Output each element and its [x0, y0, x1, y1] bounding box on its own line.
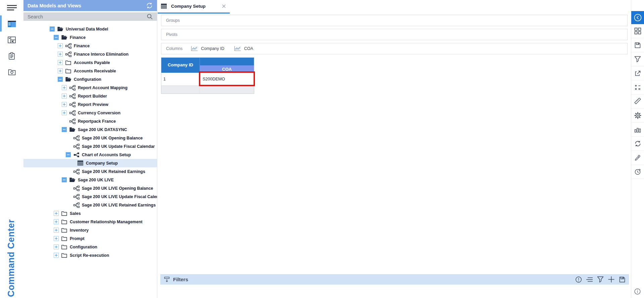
expand-icon[interactable] — [62, 94, 67, 99]
expand-icon[interactable] — [54, 211, 59, 216]
expand-icon[interactable] — [62, 85, 67, 90]
tree-item[interactable]: Inventory — [23, 226, 157, 234]
filters-bar[interactable]: Filters — [160, 274, 629, 285]
tree-item[interactable]: Sage 200 UK DATASYNC — [23, 125, 157, 134]
collapse-icon[interactable] — [54, 35, 59, 40]
model-icon — [73, 186, 79, 191]
grid-table-icon — [77, 161, 84, 166]
tree-item[interactable]: Report Account Mapping — [23, 83, 157, 92]
columns-drop-zone[interactable]: Columns Company ID COA — [161, 43, 628, 54]
expand-icon[interactable] — [58, 43, 63, 48]
folder-icon — [61, 228, 67, 233]
expand-icon[interactable] — [54, 236, 59, 241]
cell-company-id[interactable]: 1 — [161, 73, 200, 85]
expand-icon[interactable] — [58, 52, 63, 57]
tree-item[interactable]: Chart of Accounts Setup — [23, 151, 157, 159]
funnel-icon[interactable] — [631, 52, 644, 66]
tree-item[interactable]: Reportpack France — [23, 117, 157, 125]
tree-item[interactable]: Sage 200 UK LIVE Retained Earnings — [23, 201, 157, 209]
groups-drop-zone[interactable]: Groups — [161, 15, 628, 26]
tree-item[interactable]: Customer Relationship Management — [23, 218, 157, 226]
funnel-icon[interactable] — [597, 276, 604, 283]
plus-icon[interactable] — [608, 276, 615, 283]
tree-item[interactable]: Sage 200 UK Opening Balance — [23, 134, 157, 142]
barchart-icon[interactable] — [631, 123, 644, 137]
expander-spacer — [66, 144, 71, 149]
expand-icon[interactable] — [62, 102, 67, 107]
collapse-circle-icon[interactable] — [631, 11, 644, 24]
expand-icon[interactable] — [58, 60, 63, 65]
menu-icon[interactable] — [0, 3, 23, 12]
save-icon[interactable] — [619, 276, 626, 283]
expand-icon[interactable] — [58, 68, 63, 73]
tree-item[interactable]: Finance — [23, 33, 157, 42]
header-cell-coa[interactable]: COA — [200, 58, 254, 73]
clipboard-icon[interactable] — [0, 52, 23, 60]
expand-icon[interactable] — [54, 228, 59, 233]
expand-icon[interactable] — [62, 110, 67, 115]
close-icon[interactable] — [222, 4, 226, 8]
refresh-icon[interactable] — [631, 137, 644, 151]
expand-icon[interactable] — [54, 219, 59, 224]
ruler-icon[interactable] — [631, 95, 644, 109]
tree-item[interactable]: Sales — [23, 209, 157, 218]
calc-icon[interactable] — [631, 80, 644, 95]
tree-item[interactable]: Report Preview — [23, 100, 157, 109]
expand-icon[interactable] — [54, 244, 59, 249]
collapse-icon[interactable] — [62, 177, 67, 182]
folder-open-icon — [69, 127, 75, 132]
tree-item[interactable]: Sage 200 UK LIVE Opening Balance — [23, 184, 157, 192]
favorites-folder-icon[interactable] — [0, 68, 23, 76]
header-cell-company-id[interactable]: Company ID — [161, 58, 200, 73]
filter-panel-icon — [164, 276, 170, 283]
eyedropper-icon[interactable] — [631, 151, 644, 165]
tree-item[interactable]: Accounts Receivable — [23, 67, 157, 75]
tree-item[interactable]: Prompt — [23, 234, 157, 243]
tree-item[interactable]: Sage 200 UK LIVE Update Fiscal Calendar — [23, 192, 157, 201]
active-tab-underline — [158, 12, 230, 14]
tree-item[interactable]: Configuration — [23, 75, 157, 83]
tree-item[interactable]: Script Re-execution — [23, 251, 157, 259]
info-icon[interactable] — [634, 288, 641, 295]
pivots-drop-zone[interactable]: Pivots — [161, 29, 628, 40]
expand-icon[interactable] — [54, 253, 59, 258]
tree-item[interactable]: Universal Data Model — [23, 25, 157, 33]
cell-coa[interactable]: S200DEMO — [200, 73, 254, 85]
column-chip[interactable]: Company ID — [191, 46, 224, 52]
tree-item[interactable]: Report Builder — [23, 92, 157, 100]
search-icon[interactable] — [147, 13, 153, 20]
data-models-panel-icon[interactable] — [0, 19, 23, 28]
grid4-icon[interactable] — [631, 24, 644, 38]
tree-item[interactable]: Currency Conversion — [23, 109, 157, 117]
tree-item[interactable]: Finance — [23, 42, 157, 50]
groups-placeholder: Groups — [166, 18, 180, 23]
layout-icon[interactable] — [0, 36, 23, 44]
tree-item[interactable]: Sage 200 UK Retained Earnings — [23, 167, 157, 176]
tree-item[interactable]: Accounts Payable — [23, 58, 157, 67]
gear-icon[interactable] — [631, 109, 644, 123]
model-icon — [73, 144, 79, 149]
alert-circle-icon[interactable] — [575, 276, 582, 283]
search-input[interactable] — [28, 14, 138, 19]
refresh-icon[interactable] — [146, 2, 153, 9]
column-chip[interactable]: COA — [234, 46, 253, 52]
share-export-icon[interactable] — [631, 66, 644, 80]
list-icon[interactable] — [586, 277, 593, 282]
model-icon — [69, 110, 75, 116]
collapse-icon[interactable] — [58, 77, 63, 82]
collapse-icon[interactable] — [66, 152, 71, 157]
collapse-icon[interactable] — [62, 127, 67, 132]
tree-item[interactable]: Sage 200 UK LIVE — [23, 176, 157, 184]
tree-item[interactable]: Company Setup — [23, 159, 157, 167]
model-icon — [73, 135, 79, 141]
selected-column-header[interactable]: COA — [200, 65, 254, 73]
tree-item[interactable]: Finance Interco Elimination — [23, 50, 157, 58]
history-icon[interactable] — [631, 165, 644, 179]
tab-company-setup[interactable]: Company Setup — [161, 0, 206, 12]
tree-item[interactable]: Configuration — [23, 243, 157, 251]
folder-open-icon — [57, 26, 63, 32]
tree-item[interactable]: Sage 200 UK Update Fiscal Calendar — [23, 142, 157, 151]
save-icon[interactable] — [631, 38, 644, 52]
collapse-icon[interactable] — [50, 26, 55, 32]
folder-icon — [61, 211, 67, 216]
